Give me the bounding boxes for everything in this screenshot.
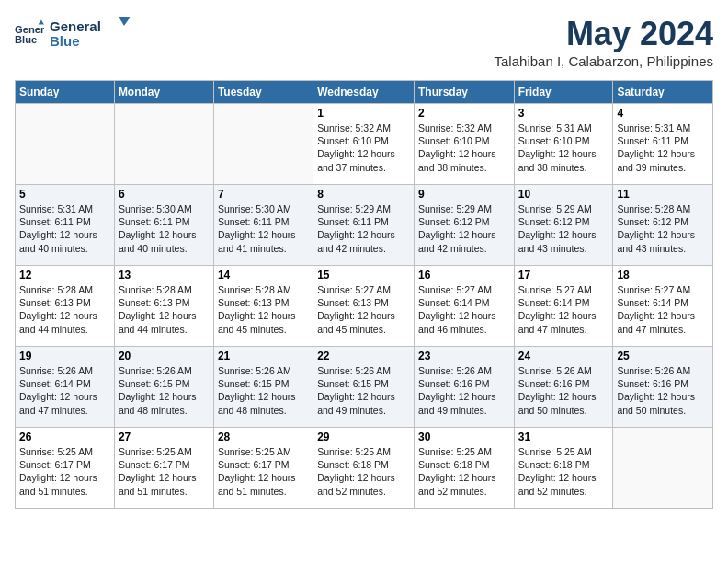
logo-icon: General Blue (15, 18, 44, 48)
day-number: 14 (218, 269, 309, 282)
day-number: 9 (418, 188, 510, 201)
day-number: 23 (418, 350, 510, 362)
calendar-cell: 19Sunrise: 5:26 AMSunset: 6:14 PMDayligh… (16, 347, 115, 428)
day-info: Sunrise: 5:26 AMSunset: 6:15 PMDaylight:… (218, 364, 309, 417)
day-number: 6 (119, 188, 210, 201)
day-number: 10 (518, 188, 609, 201)
day-info: Sunrise: 5:31 AMSunset: 6:11 PMDaylight:… (617, 121, 709, 174)
week-row-2: 5Sunrise: 5:31 AMSunset: 6:11 PMDaylight… (16, 185, 713, 266)
day-number: 28 (218, 431, 309, 443)
day-number: 8 (317, 188, 410, 201)
weekday-header-sunday: Sunday (16, 81, 115, 104)
day-info: Sunrise: 5:25 AMSunset: 6:17 PMDaylight:… (119, 445, 210, 498)
weekday-header-wednesday: Wednesday (313, 81, 415, 104)
day-number: 31 (518, 431, 609, 443)
calendar-cell: 10Sunrise: 5:29 AMSunset: 6:12 PMDayligh… (514, 185, 613, 266)
calendar-cell: 23Sunrise: 5:26 AMSunset: 6:16 PMDayligh… (414, 347, 514, 428)
logo-graphic: General Blue (50, 15, 132, 52)
weekday-header-friday: Friday (514, 81, 613, 104)
calendar-cell: 6Sunrise: 5:30 AMSunset: 6:11 PMDaylight… (114, 185, 213, 266)
day-info: Sunrise: 5:30 AMSunset: 6:11 PMDaylight:… (119, 202, 210, 255)
calendar-cell: 24Sunrise: 5:26 AMSunset: 6:16 PMDayligh… (514, 347, 613, 428)
location-title: Talahiban I, Calabarzon, Philippines (495, 53, 713, 69)
day-info: Sunrise: 5:26 AMSunset: 6:16 PMDaylight:… (418, 364, 510, 417)
calendar-cell (213, 104, 313, 185)
svg-text:Blue: Blue (15, 34, 37, 45)
title-block: May 2024 Talahiban I, Calabarzon, Philip… (495, 15, 713, 69)
calendar-cell (114, 104, 213, 185)
day-number: 11 (617, 188, 709, 201)
calendar-cell: 16Sunrise: 5:27 AMSunset: 6:14 PMDayligh… (414, 266, 514, 347)
calendar-cell: 17Sunrise: 5:27 AMSunset: 6:14 PMDayligh… (514, 266, 613, 347)
week-row-1: 1Sunrise: 5:32 AMSunset: 6:10 PMDaylight… (16, 104, 713, 185)
calendar-cell: 11Sunrise: 5:28 AMSunset: 6:12 PMDayligh… (613, 185, 713, 266)
day-info: Sunrise: 5:27 AMSunset: 6:14 PMDaylight:… (418, 283, 510, 336)
day-number: 16 (418, 269, 510, 282)
day-info: Sunrise: 5:27 AMSunset: 6:13 PMDaylight:… (317, 283, 410, 336)
day-number: 7 (218, 188, 309, 201)
day-info: Sunrise: 5:26 AMSunset: 6:14 PMDaylight:… (19, 364, 110, 417)
day-info: Sunrise: 5:31 AMSunset: 6:11 PMDaylight:… (19, 202, 110, 255)
calendar-cell: 4Sunrise: 5:31 AMSunset: 6:11 PMDaylight… (613, 104, 713, 185)
day-number: 27 (119, 431, 210, 443)
calendar-cell: 30Sunrise: 5:25 AMSunset: 6:18 PMDayligh… (414, 428, 514, 509)
svg-text:Blue: Blue (50, 33, 80, 49)
calendar-cell: 27Sunrise: 5:25 AMSunset: 6:17 PMDayligh… (114, 428, 213, 509)
calendar-cell: 8Sunrise: 5:29 AMSunset: 6:11 PMDaylight… (313, 185, 415, 266)
day-info: Sunrise: 5:25 AMSunset: 6:18 PMDaylight:… (518, 445, 609, 498)
day-info: Sunrise: 5:31 AMSunset: 6:10 PMDaylight:… (518, 121, 609, 174)
day-info: Sunrise: 5:28 AMSunset: 6:13 PMDaylight:… (119, 283, 210, 336)
calendar-cell: 18Sunrise: 5:27 AMSunset: 6:14 PMDayligh… (613, 266, 713, 347)
day-info: Sunrise: 5:32 AMSunset: 6:10 PMDaylight:… (317, 121, 410, 174)
week-row-3: 12Sunrise: 5:28 AMSunset: 6:13 PMDayligh… (16, 266, 713, 347)
day-info: Sunrise: 5:26 AMSunset: 6:15 PMDaylight:… (317, 364, 410, 417)
day-number: 19 (19, 350, 110, 362)
day-info: Sunrise: 5:25 AMSunset: 6:18 PMDaylight:… (317, 445, 410, 498)
day-info: Sunrise: 5:26 AMSunset: 6:16 PMDaylight:… (518, 364, 609, 417)
day-info: Sunrise: 5:32 AMSunset: 6:10 PMDaylight:… (418, 121, 510, 174)
day-number: 1 (317, 107, 410, 120)
day-info: Sunrise: 5:29 AMSunset: 6:12 PMDaylight:… (418, 202, 510, 255)
day-info: Sunrise: 5:27 AMSunset: 6:14 PMDaylight:… (518, 283, 609, 336)
day-number: 30 (418, 431, 510, 443)
calendar-cell: 15Sunrise: 5:27 AMSunset: 6:13 PMDayligh… (313, 266, 415, 347)
week-row-4: 19Sunrise: 5:26 AMSunset: 6:14 PMDayligh… (16, 347, 713, 428)
day-number: 18 (617, 269, 709, 282)
weekday-header-monday: Monday (114, 81, 213, 104)
calendar-cell (16, 104, 115, 185)
calendar-cell: 14Sunrise: 5:28 AMSunset: 6:13 PMDayligh… (213, 266, 313, 347)
calendar-cell: 29Sunrise: 5:25 AMSunset: 6:18 PMDayligh… (313, 428, 415, 509)
day-number: 17 (518, 269, 609, 282)
day-info: Sunrise: 5:29 AMSunset: 6:11 PMDaylight:… (317, 202, 410, 255)
day-number: 22 (317, 350, 410, 362)
day-number: 29 (317, 431, 410, 443)
calendar-cell (613, 428, 713, 509)
day-info: Sunrise: 5:28 AMSunset: 6:13 PMDaylight:… (19, 283, 110, 336)
calendar-cell: 25Sunrise: 5:26 AMSunset: 6:16 PMDayligh… (613, 347, 713, 428)
day-info: Sunrise: 5:27 AMSunset: 6:14 PMDaylight:… (617, 283, 709, 336)
calendar-cell: 28Sunrise: 5:25 AMSunset: 6:17 PMDayligh… (213, 428, 313, 509)
calendar-cell: 12Sunrise: 5:28 AMSunset: 6:13 PMDayligh… (16, 266, 115, 347)
weekday-header-row: SundayMondayTuesdayWednesdayThursdayFrid… (16, 81, 713, 104)
day-info: Sunrise: 5:26 AMSunset: 6:16 PMDaylight:… (617, 364, 709, 417)
day-number: 3 (518, 107, 609, 120)
calendar-cell: 22Sunrise: 5:26 AMSunset: 6:15 PMDayligh… (313, 347, 415, 428)
calendar-cell: 26Sunrise: 5:25 AMSunset: 6:17 PMDayligh… (16, 428, 115, 509)
calendar-cell: 20Sunrise: 5:26 AMSunset: 6:15 PMDayligh… (114, 347, 213, 428)
weekday-header-thursday: Thursday (414, 81, 514, 104)
day-info: Sunrise: 5:25 AMSunset: 6:18 PMDaylight:… (418, 445, 510, 498)
day-number: 5 (19, 188, 110, 201)
calendar-cell: 1Sunrise: 5:32 AMSunset: 6:10 PMDaylight… (313, 104, 415, 185)
day-number: 12 (19, 269, 110, 282)
day-number: 24 (518, 350, 609, 362)
weekday-header-tuesday: Tuesday (213, 81, 313, 104)
day-info: Sunrise: 5:25 AMSunset: 6:17 PMDaylight:… (218, 445, 309, 498)
calendar-cell: 3Sunrise: 5:31 AMSunset: 6:10 PMDaylight… (514, 104, 613, 185)
page-header: General Blue General Blue May 2024 Talah… (15, 15, 713, 69)
calendar-cell: 31Sunrise: 5:25 AMSunset: 6:18 PMDayligh… (514, 428, 613, 509)
calendar-cell: 21Sunrise: 5:26 AMSunset: 6:15 PMDayligh… (213, 347, 313, 428)
day-info: Sunrise: 5:28 AMSunset: 6:12 PMDaylight:… (617, 202, 709, 255)
day-number: 21 (218, 350, 309, 362)
calendar-cell: 13Sunrise: 5:28 AMSunset: 6:13 PMDayligh… (114, 266, 213, 347)
day-number: 26 (19, 431, 110, 443)
